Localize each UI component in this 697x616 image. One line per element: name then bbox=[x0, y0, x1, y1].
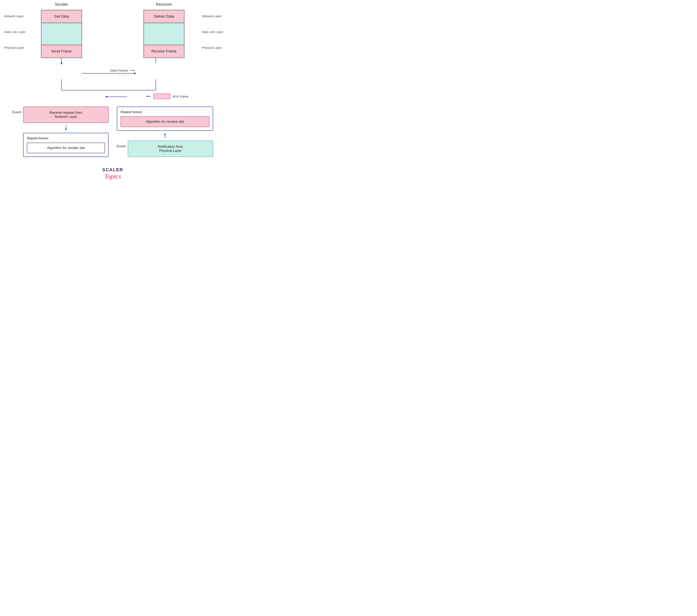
sender-event-label: Event bbox=[12, 107, 21, 114]
sender-inner-box: Algorithm for sender site bbox=[27, 142, 105, 153]
svg-marker-3 bbox=[60, 62, 62, 65]
right-layer-labels: Network Layer Data Link Layer Physical L… bbox=[202, 13, 223, 49]
sender-flow-arrow bbox=[23, 123, 109, 133]
sender-flowchart: Event Receive request from Network Layer… bbox=[12, 107, 109, 157]
data-frames-area: Data Frames .... bbox=[82, 69, 164, 77]
label-datalink-right: Data Link Layer bbox=[202, 30, 223, 34]
receiver-outer-label: Repeat forever bbox=[120, 110, 209, 114]
receive-frame-box: Receive Frame bbox=[144, 45, 184, 58]
receiver-arrow-up-icon bbox=[163, 133, 167, 138]
svg-marker-14 bbox=[105, 96, 107, 98]
svg-marker-18 bbox=[146, 95, 148, 97]
left-layer-labels: Network Layer Data Link Layer Physical L… bbox=[4, 13, 26, 49]
get-data-box: Get Data bbox=[41, 10, 81, 23]
receiver-event-label: Event bbox=[117, 140, 125, 148]
data-frames-label: Data Frames bbox=[110, 69, 128, 72]
deliver-data-box: Deliver Data bbox=[144, 10, 184, 23]
arrow-right-icon bbox=[130, 69, 136, 72]
sender-outer-label: Repeat forever bbox=[27, 136, 105, 140]
receiver-stack: Deliver Data Receive Frame bbox=[144, 10, 184, 58]
label-network-left: Network Layer bbox=[4, 14, 26, 18]
svg-marker-20 bbox=[65, 129, 67, 130]
ack-label: ACK Frame bbox=[173, 95, 189, 98]
footer: SCALER Topics bbox=[0, 161, 225, 184]
send-frame-box: Send Frame bbox=[41, 45, 81, 58]
sender-stack: Get Data Send Frame bbox=[41, 10, 82, 58]
sender-outer-box: Repeat forever Algorithm for sender site bbox=[23, 133, 109, 157]
sender-event-box: Receive request from Network Layer bbox=[23, 107, 109, 123]
sender-teal-middle bbox=[41, 23, 81, 45]
label-physical-left: Physical Layer bbox=[4, 46, 26, 49]
receiver-flow-arrow bbox=[117, 131, 213, 140]
receiver-teal-middle bbox=[144, 23, 184, 45]
ack-arrow-icon bbox=[146, 95, 151, 98]
brand-scaler: SCALER bbox=[0, 167, 225, 172]
svg-marker-16 bbox=[134, 70, 135, 71]
ack-box bbox=[153, 93, 170, 99]
brand-topics: Topics bbox=[0, 172, 225, 180]
label-physical-right: Physical Layer bbox=[202, 46, 223, 49]
receiver-flowchart: Repeat forever Algorithm for receive sit… bbox=[117, 107, 213, 157]
receiver-event-box: Notification from Physical Layer bbox=[128, 140, 213, 157]
receiver-outer-box: Repeat forever Algorithm for receive sit… bbox=[117, 107, 213, 131]
ack-area: ACK Frame bbox=[146, 93, 189, 99]
sender-arrow-down-icon bbox=[64, 125, 68, 131]
svg-marker-22 bbox=[164, 133, 166, 135]
label-datalink-left: Data Link Layer bbox=[4, 30, 26, 34]
receiver-inner-box: Algorithm for receive site bbox=[120, 116, 209, 127]
receiver-title: Receiver bbox=[144, 2, 184, 7]
data-frames-dots: .... bbox=[82, 72, 164, 77]
sender-title: Sender bbox=[41, 2, 82, 7]
label-network-right: Network Layer bbox=[202, 14, 223, 18]
